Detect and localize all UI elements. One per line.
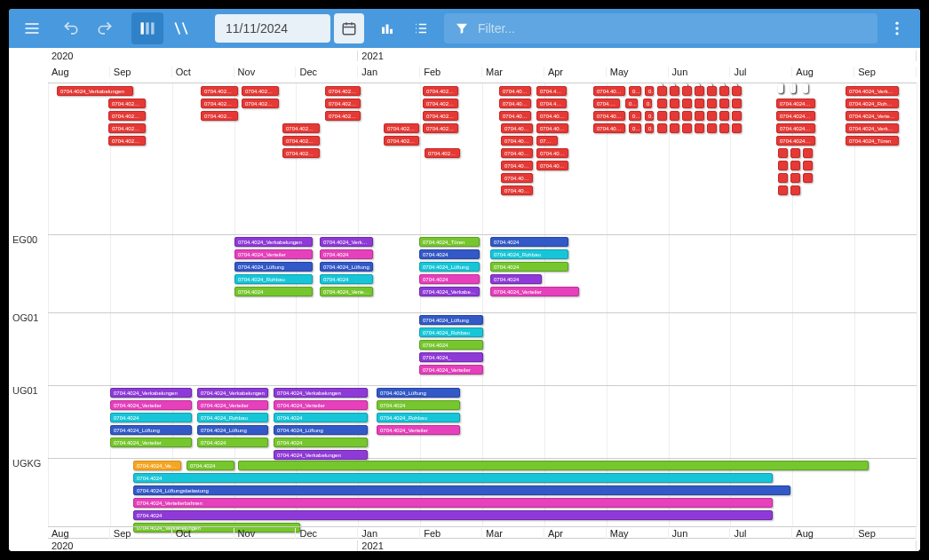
gantt-bar[interactable]: 0704.4024 [490,262,568,272]
gantt-bar[interactable]: 0704.4024 [490,237,568,247]
gantt-bar[interactable]: 0704.4024_Ve [501,161,533,170]
gantt-bar[interactable]: 0704.4024_Rohbau [201,111,238,121]
gantt-bar[interactable] [707,111,717,121]
gantt-bar[interactable] [719,111,729,121]
gantt-bar[interactable]: 0704.4024_Rohbau [384,136,419,146]
chart-button[interactable] [371,12,403,44]
gantt-bar[interactable] [778,148,788,158]
gantt-bar[interactable]: 0704.4024_Verkabelungen [423,123,458,133]
gantt-view[interactable]: 20202021 AugSepOctNovDecJanFebMarAprMayJ… [9,48,920,551]
gantt-bar[interactable]: 0704.4024_Rohbau [490,249,568,259]
gantt-bar[interactable]: 0704.4024_Verkabelungen [57,86,133,96]
gantt-bar[interactable]: 0704.4024_Ver [536,123,568,133]
gantt-bar[interactable]: 0 [645,86,654,96]
gantt-bar[interactable] [719,99,729,108]
gantt-bar[interactable]: 0704.4024_Lüftung [419,262,480,272]
gantt-bar[interactable] [732,86,742,96]
filter-input[interactable] [478,21,867,35]
gantt-bar[interactable]: 0704.4024_Ve [536,99,567,108]
gantt-bar[interactable]: 0704.4024 [187,461,234,470]
gantt-bar[interactable] [719,123,729,133]
gantt-bar[interactable] [803,148,813,158]
gantt-bar[interactable]: 0704.4024_Verkabelungen [108,111,146,121]
gantt-bar[interactable]: 0704.4024_Verteiler [234,249,313,259]
gantt-bar[interactable]: 0704.4024_Rohbau [234,274,313,284]
gantt-bar[interactable]: 0704.4024_Verkabelungen [846,123,899,133]
gantt-bar[interactable]: 0704.4024_Ver [501,185,533,195]
gantt-bar[interactable] [657,86,667,96]
gantt-bar[interactable]: 0704.4024_Ve [536,148,568,158]
gantt-bar[interactable]: 0704.4024_Verteiler [282,136,320,146]
gantt-bar[interactable]: 0704.4024_Lüftung [234,262,313,272]
gantt-bar[interactable]: 0704.4024 [419,274,480,284]
gantt-bar[interactable]: 0704.4024_Rohbau [423,111,458,121]
gantt-bar[interactable]: 0704.4024 [274,413,368,422]
gantt-bar[interactable]: 0 [643,99,652,108]
gantt-bar[interactable]: 0704.4024_Rohbau [201,99,238,108]
gantt-bar[interactable]: 0704.4024 [419,249,480,259]
gantt-bar[interactable]: 0704.4024 [320,274,373,284]
gantt-bar[interactable]: 0704.4024_ [419,352,483,362]
gantt-bar[interactable]: 0704.4024_Rohbau [419,327,483,337]
gantt-bar[interactable]: 0704.4024_Lüftung [110,425,192,435]
gantt-bar[interactable]: 0704.4024_Ve [536,86,567,96]
gantt-bar[interactable]: 0704.4024_Verkabelungen [274,450,368,460]
gantt-bar[interactable] [707,86,717,96]
gantt-bar[interactable]: 07 [629,111,641,121]
gantt-bar[interactable]: 0704.4024_Verteiler [282,123,320,133]
gantt-bar[interactable]: 0704.4024 [274,438,368,447]
gantt-bar[interactable] [707,99,717,108]
gantt-bar[interactable]: 0704.4024 [133,473,773,483]
gantt-bar[interactable]: 0704.4024_Rohbau [108,99,146,108]
date-field[interactable]: 11/11/2024 [215,14,330,43]
gantt-bar[interactable]: 0704.4024_Lüftung [419,315,483,325]
gantt-bar[interactable]: 0704.4024_Verkabelungen [197,388,268,398]
gantt-bar[interactable]: 0704.4024 [490,274,542,284]
gantt-bar[interactable]: 0704.4024 [377,400,460,410]
gantt-bar[interactable]: 0704.4024_Verteiler [419,365,483,375]
more-menu-button[interactable] [881,12,913,44]
gantt-bar[interactable]: 0704.4024_Rohbau [377,413,460,422]
gantt-bar[interactable]: 0704.4024_Verteiler [110,438,192,447]
gantt-bar[interactable]: 0704.4024 [197,438,268,447]
gantt-bar[interactable]: 0704.4024_Lüftung [242,86,279,96]
gantt-bar[interactable]: 0704.4024_Ve [593,123,625,133]
gantt-bar[interactable]: 0704.4024_Verkabelungen [325,86,361,96]
gantt-bar[interactable]: 0704.4024_Ver [499,99,531,108]
gantt-bar[interactable] [707,123,717,133]
gantt-bar[interactable] [719,86,729,96]
list-button[interactable] [405,12,437,44]
undo-button[interactable] [55,12,87,44]
gantt-bar[interactable] [238,461,869,470]
gantt-bar[interactable] [732,99,742,108]
gantt-bar[interactable]: 0704.4024_Lüftungsbelastung [133,485,790,495]
gantt-bar[interactable] [695,99,704,108]
gantt-bar[interactable]: 0704.4024_Verteiler [776,99,815,108]
gantt-bar[interactable] [778,161,788,170]
gantt-bar[interactable]: 0704.4024_Verteiler [110,400,192,410]
gantt-bar[interactable]: 0704.4024_Lüftung [274,425,368,435]
gantt-bar[interactable]: 0704.4024_Verkabelungen [776,123,815,133]
gantt-bar[interactable]: 0704.4024 [133,510,773,520]
gantt-bar[interactable]: 0704.4024 [593,99,620,108]
hamburger-menu-button[interactable] [16,12,48,44]
gantt-bar[interactable] [732,111,742,121]
gantt-bar[interactable] [682,86,692,96]
gantt-bar[interactable]: 0704.4024_Ve [536,161,568,170]
gantt-bar[interactable]: 0704.4024_Verkabelungen [108,136,146,146]
gantt-bar[interactable]: 0704.4024_Verteiler [320,287,373,296]
view-mode-2-button[interactable] [165,12,197,44]
gantt-bar[interactable]: 0704.4024_Lüftung [197,425,268,435]
view-mode-1-button[interactable] [131,12,163,44]
gantt-bar[interactable] [778,185,788,195]
gantt-bar[interactable] [670,99,679,108]
gantt-bar[interactable] [695,86,704,96]
gantt-bar[interactable]: 0704.4024_Lüftung [320,262,373,272]
gantt-bar[interactable]: 0704.4024_Ve [501,136,533,146]
gantt-bar[interactable]: 0704.4024_Ver [501,123,533,133]
gantt-bar[interactable]: 0704.4024_Rohbau [425,148,460,158]
gantt-bar[interactable] [682,123,692,133]
gantt-bar[interactable]: 0704.4024_Türen [776,136,815,146]
gantt-bar[interactable] [657,111,667,121]
gantt-bar[interactable]: 0704.4024_Ve [501,173,533,183]
